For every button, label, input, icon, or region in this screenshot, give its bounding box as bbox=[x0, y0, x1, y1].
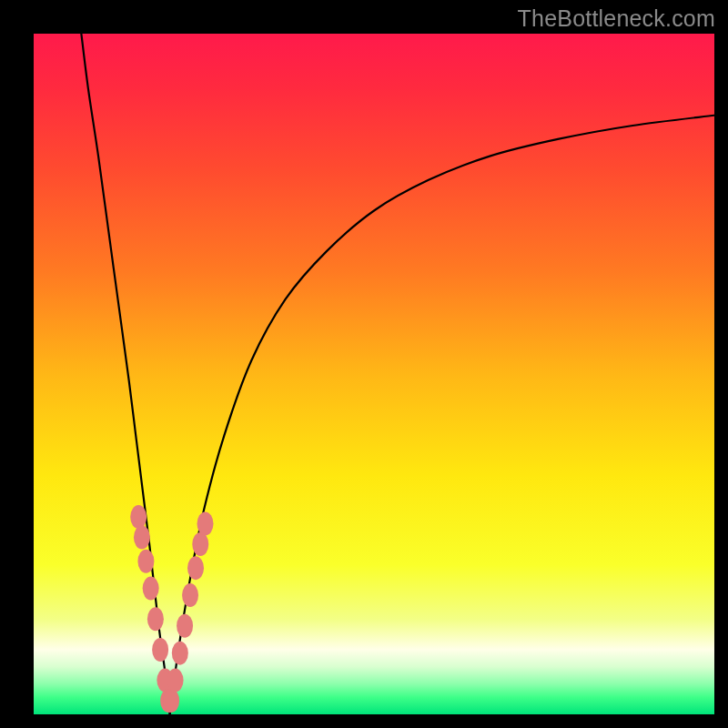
data-marker bbox=[143, 577, 159, 601]
chart-frame: TheBottleneck.com bbox=[0, 0, 728, 728]
data-marker bbox=[130, 505, 147, 529]
data-markers bbox=[130, 505, 213, 713]
data-marker bbox=[182, 583, 198, 607]
curve-right-branch bbox=[170, 116, 714, 714]
plot-area bbox=[34, 34, 714, 714]
data-marker bbox=[187, 556, 204, 580]
data-marker bbox=[197, 512, 214, 536]
data-marker bbox=[192, 532, 208, 556]
data-marker bbox=[163, 689, 179, 713]
data-marker bbox=[167, 669, 184, 693]
data-marker bbox=[147, 607, 164, 631]
data-marker bbox=[137, 550, 154, 573]
data-marker bbox=[172, 642, 188, 665]
data-marker bbox=[134, 526, 150, 550]
curve-layer bbox=[34, 34, 714, 714]
watermark-text: TheBottleneck.com bbox=[518, 5, 715, 32]
data-marker bbox=[152, 638, 168, 662]
data-marker bbox=[177, 614, 193, 638]
